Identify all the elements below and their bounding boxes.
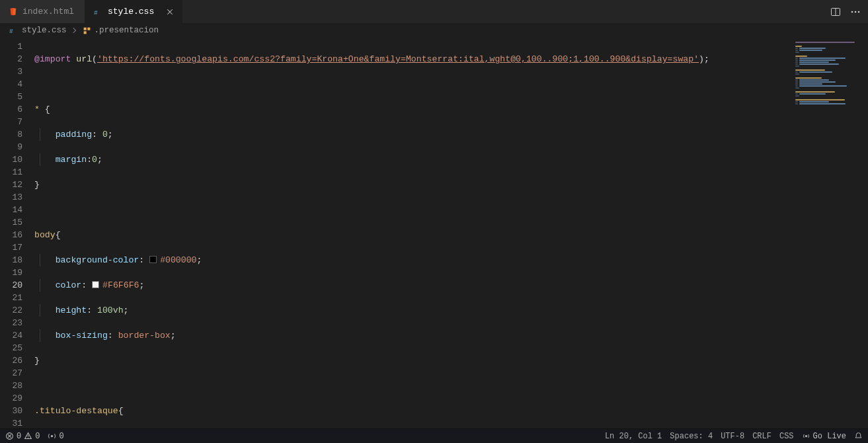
svg-point-12: [28, 438, 28, 438]
color-value: #000000: [160, 255, 196, 265]
breadcrumb-symbol-label: .presentacion: [95, 26, 159, 35]
go-live-button[interactable]: Go Live: [802, 432, 846, 441]
color-value: #F6F6F6: [102, 280, 139, 290]
val-number: 0: [102, 130, 108, 140]
symbol-class-icon: [83, 26, 91, 35]
val-number: 0: [92, 155, 97, 165]
status-warning-count: 0: [35, 432, 40, 441]
broadcast-icon: [802, 432, 810, 440]
css-file-icon: #: [93, 7, 104, 17]
warning-icon: [24, 432, 32, 440]
tab-index-html[interactable]: index.html: [0, 0, 85, 23]
more-actions-icon[interactable]: [848, 5, 863, 19]
html-file-icon: [8, 7, 19, 17]
breadcrumb-file[interactable]: # style.css: [9, 26, 67, 35]
status-spaces[interactable]: Spaces: 4: [670, 432, 713, 441]
split-editor-icon[interactable]: [828, 5, 843, 19]
css-file-icon: #: [9, 26, 19, 35]
at-import: @import: [34, 54, 71, 64]
svg-rect-9: [83, 31, 86, 34]
tab-label: index.html: [22, 7, 74, 17]
breadcrumb-file-label: style.css: [22, 26, 67, 35]
status-port-value: 0: [59, 432, 63, 441]
status-errors[interactable]: 0 0: [5, 432, 40, 441]
selector-class: .titulo-destaque: [34, 406, 118, 416]
svg-text:#: #: [94, 9, 98, 16]
close-icon[interactable]: [165, 7, 175, 17]
breadcrumb[interactable]: # style.css .presentacion: [0, 23, 868, 38]
import-url: 'https://fonts.googleapis.com/css2?famil…: [97, 54, 699, 64]
svg-text:#: #: [9, 28, 13, 35]
code-area[interactable]: @import url('https://fonts.googleapis.co…: [34, 38, 795, 428]
line-number-gutter[interactable]: 12345 678910 1112131415 1617181920 21222…: [0, 38, 34, 428]
tab-style-css[interactable]: # style.css: [85, 0, 182, 23]
val-number: 100vh: [97, 305, 124, 315]
url-fn: url: [76, 54, 92, 64]
color-swatch[interactable]: [92, 281, 99, 288]
status-language[interactable]: CSS: [779, 432, 794, 441]
svg-rect-7: [83, 27, 86, 30]
broadcast-icon: [48, 432, 56, 440]
svg-rect-8: [87, 27, 90, 30]
svg-point-14: [805, 435, 807, 437]
notifications-icon[interactable]: [854, 432, 863, 440]
status-error-count: 0: [17, 432, 21, 441]
svg-point-13: [51, 435, 53, 437]
val-keyword: border-box: [118, 331, 171, 341]
selector-body: body: [34, 230, 56, 240]
tab-label: style.css: [108, 7, 154, 17]
status-bar: 0 0 0 Ln 20, Col 1 Spaces: 4 UTF-8 CRLF …: [0, 428, 868, 443]
selector-star: *: [34, 104, 40, 114]
go-live-label: Go Live: [813, 432, 846, 441]
svg-point-3: [851, 11, 853, 13]
status-encoding[interactable]: UTF-8: [721, 432, 744, 441]
svg-point-4: [855, 11, 857, 13]
error-icon: [5, 432, 14, 440]
status-eol[interactable]: CRLF: [752, 432, 771, 441]
minimap[interactable]: [795, 38, 868, 428]
editor-actions: [823, 0, 868, 23]
color-swatch[interactable]: [149, 256, 157, 263]
editor: 12345 678910 1112131415 1617181920 21222…: [0, 38, 868, 428]
status-line-col[interactable]: Ln 20, Col 1: [605, 432, 662, 441]
tab-bar: index.html # style.css: [0, 0, 868, 23]
status-port[interactable]: 0: [48, 432, 63, 441]
svg-point-5: [858, 11, 860, 13]
tabs: index.html # style.css: [0, 0, 182, 23]
breadcrumb-symbol[interactable]: .presentacion: [83, 26, 159, 35]
chevron-right-icon: [69, 26, 80, 34]
